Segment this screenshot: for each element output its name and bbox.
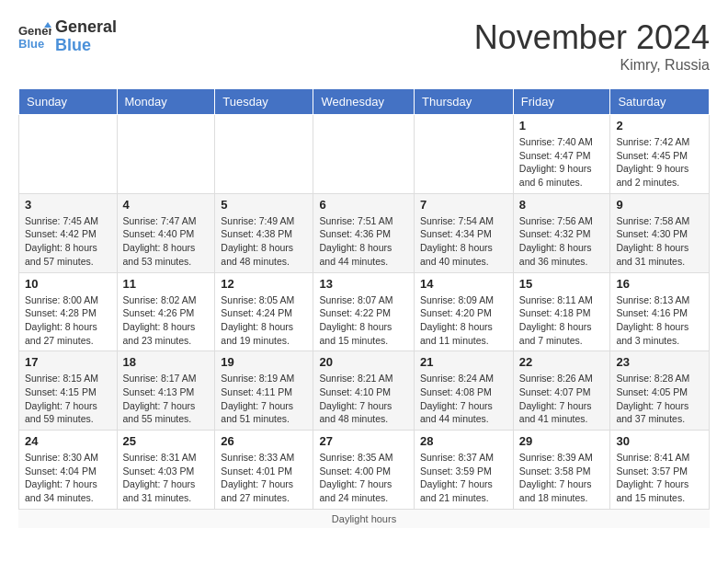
day-cell-0-2: [215, 115, 313, 194]
day-cell-2-6: 16Sunrise: 8:13 AM Sunset: 4:16 PM Dayli…: [610, 272, 710, 351]
day-number: 20: [319, 355, 408, 369]
day-cell-0-0: [19, 115, 118, 194]
day-number: 16: [616, 277, 703, 291]
week-row-3: 10Sunrise: 8:00 AM Sunset: 4:28 PM Dayli…: [19, 272, 710, 351]
day-info: Sunrise: 7:58 AM Sunset: 4:30 PM Dayligh…: [616, 214, 703, 269]
header-monday: Monday: [117, 89, 215, 115]
day-number: 30: [616, 434, 703, 448]
day-cell-2-5: 15Sunrise: 8:11 AM Sunset: 4:18 PM Dayli…: [513, 272, 610, 351]
day-number: 9: [616, 198, 703, 212]
day-cell-2-4: 14Sunrise: 8:09 AM Sunset: 4:20 PM Dayli…: [415, 272, 514, 351]
day-info: Sunrise: 7:40 AM Sunset: 4:47 PM Dayligh…: [519, 135, 605, 190]
day-cell-0-6: 2Sunrise: 7:42 AM Sunset: 4:45 PM Daylig…: [610, 115, 710, 194]
day-info: Sunrise: 8:05 AM Sunset: 4:24 PM Dayligh…: [221, 293, 307, 348]
day-info: Sunrise: 7:42 AM Sunset: 4:45 PM Dayligh…: [616, 135, 703, 190]
day-info: Sunrise: 8:09 AM Sunset: 4:20 PM Dayligh…: [420, 293, 507, 348]
day-number: 17: [25, 355, 111, 369]
day-number: 2: [616, 119, 703, 132]
day-cell-3-3: 20Sunrise: 8:21 AM Sunset: 4:10 PM Dayli…: [313, 351, 415, 431]
header-thursday: Thursday: [415, 89, 514, 115]
day-cell-4-0: 24Sunrise: 8:30 AM Sunset: 4:04 PM Dayli…: [19, 431, 118, 510]
day-cell-3-6: 23Sunrise: 8:28 AM Sunset: 4:05 PM Dayli…: [610, 351, 710, 431]
day-cell-3-1: 18Sunrise: 8:17 AM Sunset: 4:13 PM Dayli…: [117, 351, 215, 431]
day-info: Sunrise: 8:02 AM Sunset: 4:26 PM Dayligh…: [123, 293, 210, 348]
header-sunday: Sunday: [19, 89, 118, 115]
logo-line1: General: [55, 18, 117, 37]
header-tuesday: Tuesday: [215, 89, 313, 115]
day-cell-2-1: 11Sunrise: 8:02 AM Sunset: 4:26 PM Dayli…: [117, 272, 215, 351]
header-saturday: Saturday: [610, 89, 710, 115]
week-row-1: 1Sunrise: 7:40 AM Sunset: 4:47 PM Daylig…: [19, 115, 710, 194]
day-number: 8: [519, 198, 605, 212]
day-cell-0-1: [117, 115, 215, 194]
day-cell-2-0: 10Sunrise: 8:00 AM Sunset: 4:28 PM Dayli…: [19, 272, 118, 351]
day-info: Sunrise: 7:51 AM Sunset: 4:36 PM Dayligh…: [319, 214, 408, 269]
day-number: 7: [420, 198, 507, 212]
day-number: 5: [221, 198, 307, 212]
logo-line2: Blue: [55, 37, 117, 55]
day-info: Sunrise: 8:37 AM Sunset: 3:59 PM Dayligh…: [420, 451, 507, 505]
day-number: 29: [519, 434, 605, 448]
day-number: 18: [123, 355, 210, 369]
title-block: November 2024 Kimry, Russia: [474, 18, 710, 74]
page: General Blue General Blue November 2024 …: [0, 0, 728, 546]
day-info: Sunrise: 8:30 AM Sunset: 4:04 PM Dayligh…: [25, 451, 111, 505]
logo: General Blue General Blue: [18, 18, 117, 55]
day-cell-2-3: 13Sunrise: 8:07 AM Sunset: 4:22 PM Dayli…: [313, 272, 415, 351]
day-number: 12: [221, 277, 307, 291]
day-cell-1-2: 5Sunrise: 7:49 AM Sunset: 4:38 PM Daylig…: [215, 193, 313, 272]
header-friday: Friday: [513, 89, 610, 115]
day-info: Sunrise: 8:41 AM Sunset: 3:57 PM Dayligh…: [616, 451, 703, 505]
calendar-header-row: Sunday Monday Tuesday Wednesday Thursday…: [19, 89, 710, 115]
day-cell-4-4: 28Sunrise: 8:37 AM Sunset: 3:59 PM Dayli…: [415, 431, 514, 510]
day-info: Sunrise: 8:31 AM Sunset: 4:03 PM Dayligh…: [123, 451, 210, 505]
day-cell-3-4: 21Sunrise: 8:24 AM Sunset: 4:08 PM Dayli…: [415, 351, 514, 431]
day-cell-3-2: 19Sunrise: 8:19 AM Sunset: 4:11 PM Dayli…: [215, 351, 313, 431]
day-cell-2-2: 12Sunrise: 8:05 AM Sunset: 4:24 PM Dayli…: [215, 272, 313, 351]
day-info: Sunrise: 7:54 AM Sunset: 4:34 PM Dayligh…: [420, 214, 507, 269]
daylight-note: Daylight hours: [18, 510, 710, 528]
week-row-4: 17Sunrise: 8:15 AM Sunset: 4:15 PM Dayli…: [19, 351, 710, 431]
day-cell-0-5: 1Sunrise: 7:40 AM Sunset: 4:47 PM Daylig…: [513, 115, 610, 194]
day-cell-3-5: 22Sunrise: 8:26 AM Sunset: 4:07 PM Dayli…: [513, 351, 610, 431]
day-info: Sunrise: 8:21 AM Sunset: 4:10 PM Dayligh…: [319, 372, 408, 426]
day-cell-4-3: 27Sunrise: 8:35 AM Sunset: 4:00 PM Dayli…: [313, 431, 415, 510]
day-number: 11: [123, 277, 210, 291]
header: General Blue General Blue November 2024 …: [18, 18, 710, 74]
header-wednesday: Wednesday: [313, 89, 415, 115]
day-number: 1: [519, 119, 605, 132]
day-info: Sunrise: 8:39 AM Sunset: 3:58 PM Dayligh…: [519, 451, 605, 505]
day-cell-1-3: 6Sunrise: 7:51 AM Sunset: 4:36 PM Daylig…: [313, 193, 415, 272]
day-number: 13: [319, 277, 408, 291]
day-number: 27: [319, 434, 408, 448]
day-cell-3-0: 17Sunrise: 8:15 AM Sunset: 4:15 PM Dayli…: [19, 351, 118, 431]
day-info: Sunrise: 7:45 AM Sunset: 4:42 PM Dayligh…: [25, 214, 111, 269]
day-info: Sunrise: 8:26 AM Sunset: 4:07 PM Dayligh…: [519, 372, 605, 426]
month-title: November 2024: [474, 18, 710, 57]
day-cell-1-6: 9Sunrise: 7:58 AM Sunset: 4:30 PM Daylig…: [610, 193, 710, 272]
day-info: Sunrise: 8:24 AM Sunset: 4:08 PM Dayligh…: [420, 372, 507, 426]
day-cell-0-4: [415, 115, 514, 194]
day-cell-1-0: 3Sunrise: 7:45 AM Sunset: 4:42 PM Daylig…: [19, 193, 118, 272]
day-number: 4: [123, 198, 210, 212]
day-number: 28: [420, 434, 507, 448]
day-number: 19: [221, 355, 307, 369]
day-number: 10: [25, 277, 111, 291]
day-info: Sunrise: 8:00 AM Sunset: 4:28 PM Dayligh…: [25, 293, 111, 348]
day-number: 22: [519, 355, 605, 369]
logo-icon: General Blue: [18, 20, 51, 53]
day-info: Sunrise: 8:15 AM Sunset: 4:15 PM Dayligh…: [25, 372, 111, 426]
day-info: Sunrise: 7:49 AM Sunset: 4:38 PM Dayligh…: [221, 214, 307, 269]
day-info: Sunrise: 8:35 AM Sunset: 4:00 PM Dayligh…: [319, 451, 408, 505]
day-number: 14: [420, 277, 507, 291]
day-number: 24: [25, 434, 111, 448]
day-info: Sunrise: 7:47 AM Sunset: 4:40 PM Dayligh…: [123, 214, 210, 269]
day-info: Sunrise: 8:11 AM Sunset: 4:18 PM Dayligh…: [519, 293, 605, 348]
day-info: Sunrise: 8:28 AM Sunset: 4:05 PM Dayligh…: [616, 372, 703, 426]
week-row-2: 3Sunrise: 7:45 AM Sunset: 4:42 PM Daylig…: [19, 193, 710, 272]
day-number: 23: [616, 355, 703, 369]
day-number: 3: [25, 198, 111, 212]
day-cell-1-4: 7Sunrise: 7:54 AM Sunset: 4:34 PM Daylig…: [415, 193, 514, 272]
day-number: 26: [221, 434, 307, 448]
day-info: Sunrise: 8:07 AM Sunset: 4:22 PM Dayligh…: [319, 293, 408, 348]
